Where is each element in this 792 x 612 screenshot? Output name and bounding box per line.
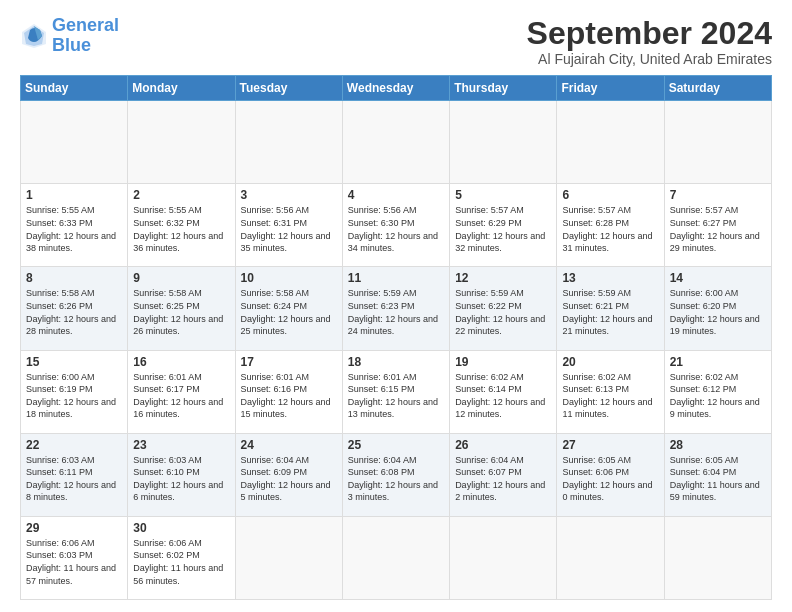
table-row: 24Sunrise: 6:04 AMSunset: 6:09 PMDayligh… [235,433,342,516]
logo-general: General [52,15,119,35]
table-row: 16Sunrise: 6:01 AMSunset: 6:17 PMDayligh… [128,350,235,433]
col-tuesday: Tuesday [235,76,342,101]
day-info: Sunrise: 6:01 AMSunset: 6:17 PMDaylight:… [133,371,229,421]
logo-icon [20,22,48,50]
table-row [21,101,128,184]
table-row: 14Sunrise: 6:00 AMSunset: 6:20 PMDayligh… [664,267,771,350]
calendar-week-3: 15Sunrise: 6:00 AMSunset: 6:19 PMDayligh… [21,350,772,433]
day-info: Sunrise: 5:58 AMSunset: 6:24 PMDaylight:… [241,287,337,337]
table-row: 27Sunrise: 6:05 AMSunset: 6:06 PMDayligh… [557,433,664,516]
day-info: Sunrise: 6:00 AMSunset: 6:20 PMDaylight:… [670,287,766,337]
day-number: 29 [26,521,122,535]
table-row: 11Sunrise: 5:59 AMSunset: 6:23 PMDayligh… [342,267,449,350]
day-info: Sunrise: 6:02 AMSunset: 6:12 PMDaylight:… [670,371,766,421]
table-row [235,516,342,599]
day-info: Sunrise: 6:05 AMSunset: 6:04 PMDaylight:… [670,454,766,504]
table-row: 20Sunrise: 6:02 AMSunset: 6:13 PMDayligh… [557,350,664,433]
day-info: Sunrise: 5:58 AMSunset: 6:26 PMDaylight:… [26,287,122,337]
table-row: 30Sunrise: 6:06 AMSunset: 6:02 PMDayligh… [128,516,235,599]
day-info: Sunrise: 6:03 AMSunset: 6:10 PMDaylight:… [133,454,229,504]
table-row: 4Sunrise: 5:56 AMSunset: 6:30 PMDaylight… [342,184,449,267]
logo: General Blue [20,16,119,56]
calendar-week-0 [21,101,772,184]
day-number: 17 [241,355,337,369]
table-row: 5Sunrise: 5:57 AMSunset: 6:29 PMDaylight… [450,184,557,267]
col-sunday: Sunday [21,76,128,101]
table-row: 9Sunrise: 5:58 AMSunset: 6:25 PMDaylight… [128,267,235,350]
day-info: Sunrise: 6:04 AMSunset: 6:07 PMDaylight:… [455,454,551,504]
table-row [342,516,449,599]
col-monday: Monday [128,76,235,101]
day-number: 27 [562,438,658,452]
day-number: 5 [455,188,551,202]
day-info: Sunrise: 6:04 AMSunset: 6:09 PMDaylight:… [241,454,337,504]
table-row: 1Sunrise: 5:55 AMSunset: 6:33 PMDaylight… [21,184,128,267]
table-row: 15Sunrise: 6:00 AMSunset: 6:19 PMDayligh… [21,350,128,433]
day-info: Sunrise: 6:06 AMSunset: 6:02 PMDaylight:… [133,537,229,587]
day-info: Sunrise: 5:57 AMSunset: 6:28 PMDaylight:… [562,204,658,254]
day-info: Sunrise: 5:59 AMSunset: 6:21 PMDaylight:… [562,287,658,337]
day-number: 15 [26,355,122,369]
day-number: 20 [562,355,658,369]
day-number: 9 [133,271,229,285]
page: General Blue September 2024 Al Fujairah … [0,0,792,612]
day-number: 8 [26,271,122,285]
table-row: 25Sunrise: 6:04 AMSunset: 6:08 PMDayligh… [342,433,449,516]
day-info: Sunrise: 6:05 AMSunset: 6:06 PMDaylight:… [562,454,658,504]
col-saturday: Saturday [664,76,771,101]
header: General Blue September 2024 Al Fujairah … [20,16,772,67]
table-row: 3Sunrise: 5:56 AMSunset: 6:31 PMDaylight… [235,184,342,267]
day-info: Sunrise: 5:57 AMSunset: 6:29 PMDaylight:… [455,204,551,254]
day-info: Sunrise: 6:00 AMSunset: 6:19 PMDaylight:… [26,371,122,421]
table-row [342,101,449,184]
header-row: Sunday Monday Tuesday Wednesday Thursday… [21,76,772,101]
day-info: Sunrise: 6:04 AMSunset: 6:08 PMDaylight:… [348,454,444,504]
day-info: Sunrise: 5:56 AMSunset: 6:31 PMDaylight:… [241,204,337,254]
table-row [664,516,771,599]
day-number: 7 [670,188,766,202]
table-row: 29Sunrise: 6:06 AMSunset: 6:03 PMDayligh… [21,516,128,599]
table-row [664,101,771,184]
table-row: 18Sunrise: 6:01 AMSunset: 6:15 PMDayligh… [342,350,449,433]
day-number: 4 [348,188,444,202]
table-row [128,101,235,184]
calendar-week-2: 8Sunrise: 5:58 AMSunset: 6:26 PMDaylight… [21,267,772,350]
location: Al Fujairah City, United Arab Emirates [527,51,772,67]
month-title: September 2024 [527,16,772,51]
day-number: 14 [670,271,766,285]
day-number: 19 [455,355,551,369]
day-info: Sunrise: 5:59 AMSunset: 6:22 PMDaylight:… [455,287,551,337]
day-info: Sunrise: 6:03 AMSunset: 6:11 PMDaylight:… [26,454,122,504]
table-row: 10Sunrise: 5:58 AMSunset: 6:24 PMDayligh… [235,267,342,350]
day-number: 11 [348,271,444,285]
day-info: Sunrise: 6:01 AMSunset: 6:15 PMDaylight:… [348,371,444,421]
table-row: 8Sunrise: 5:58 AMSunset: 6:26 PMDaylight… [21,267,128,350]
day-number: 21 [670,355,766,369]
day-number: 10 [241,271,337,285]
day-number: 18 [348,355,444,369]
calendar-table: Sunday Monday Tuesday Wednesday Thursday… [20,75,772,600]
day-info: Sunrise: 6:01 AMSunset: 6:16 PMDaylight:… [241,371,337,421]
day-number: 23 [133,438,229,452]
table-row: 23Sunrise: 6:03 AMSunset: 6:10 PMDayligh… [128,433,235,516]
day-number: 1 [26,188,122,202]
day-number: 13 [562,271,658,285]
table-row: 26Sunrise: 6:04 AMSunset: 6:07 PMDayligh… [450,433,557,516]
table-row: 2Sunrise: 5:55 AMSunset: 6:32 PMDaylight… [128,184,235,267]
day-number: 30 [133,521,229,535]
table-row [235,101,342,184]
calendar-week-1: 1Sunrise: 5:55 AMSunset: 6:33 PMDaylight… [21,184,772,267]
day-info: Sunrise: 5:57 AMSunset: 6:27 PMDaylight:… [670,204,766,254]
table-row: 28Sunrise: 6:05 AMSunset: 6:04 PMDayligh… [664,433,771,516]
logo-blue: Blue [52,35,91,55]
day-info: Sunrise: 5:55 AMSunset: 6:32 PMDaylight:… [133,204,229,254]
table-row: 12Sunrise: 5:59 AMSunset: 6:22 PMDayligh… [450,267,557,350]
col-friday: Friday [557,76,664,101]
calendar-week-4: 22Sunrise: 6:03 AMSunset: 6:11 PMDayligh… [21,433,772,516]
day-info: Sunrise: 5:58 AMSunset: 6:25 PMDaylight:… [133,287,229,337]
table-row: 22Sunrise: 6:03 AMSunset: 6:11 PMDayligh… [21,433,128,516]
day-number: 28 [670,438,766,452]
day-number: 2 [133,188,229,202]
table-row: 17Sunrise: 6:01 AMSunset: 6:16 PMDayligh… [235,350,342,433]
day-info: Sunrise: 6:02 AMSunset: 6:13 PMDaylight:… [562,371,658,421]
